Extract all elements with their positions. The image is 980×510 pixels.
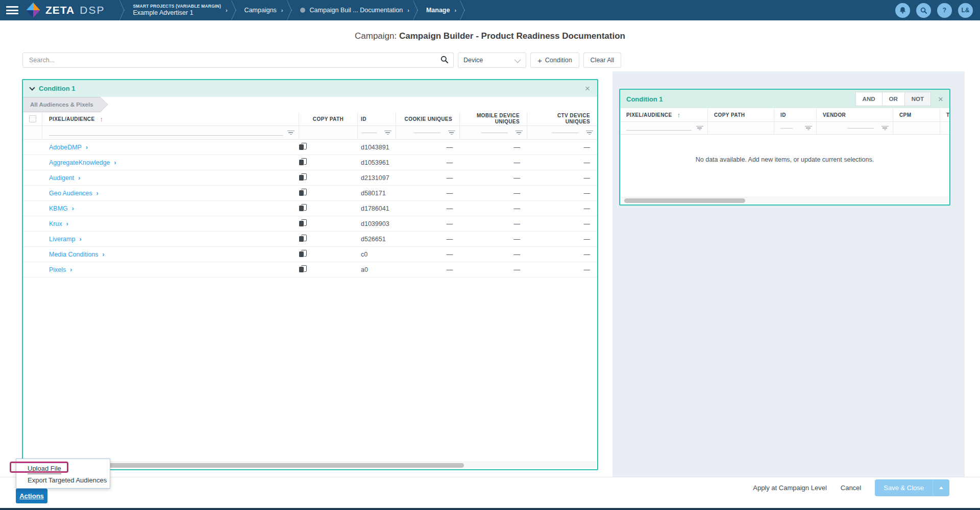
- audience-link[interactable]: Geo Audiences: [49, 190, 92, 197]
- cookie-uniques-cell: —: [396, 190, 460, 197]
- filter-icon[interactable]: [585, 130, 593, 136]
- column-header-pixel-audience[interactable]: PIXEL/AUDIENCE ↑: [42, 112, 299, 125]
- chevron-right-icon: ›: [96, 190, 99, 197]
- column-header-cpm[interactable]: CPM: [893, 108, 940, 121]
- left-condition-panel: Condition 1 × All Audiences & Pixels PIX…: [22, 79, 598, 470]
- copy-path-icon[interactable]: [299, 265, 306, 273]
- audience-link[interactable]: KBMG: [49, 205, 68, 212]
- column-header-cookie-uniques[interactable]: COOKIE UNIQUES: [396, 112, 460, 125]
- search-icon[interactable]: [440, 56, 448, 65]
- filter-input-mobile[interactable]: [481, 133, 508, 133]
- copy-path-icon[interactable]: [299, 250, 306, 258]
- breadcrumb-separator: [291, 0, 292, 20]
- clear-all-button[interactable]: Clear All: [583, 53, 622, 68]
- copy-path-icon[interactable]: [299, 173, 306, 181]
- operator-or[interactable]: OR: [882, 92, 905, 106]
- audience-link[interactable]: Liveramp: [49, 236, 75, 243]
- close-icon[interactable]: ×: [585, 84, 590, 93]
- audience-link[interactable]: Krux: [49, 220, 62, 227]
- ctv-uniques-cell: —: [527, 220, 597, 227]
- right-table-wrap: PIXEL/AUDIENCE ↑ COPY PATH ID VENDOR CPM…: [620, 108, 949, 135]
- breadcrumb-eyebrow: SMART PROJECTS (VARIABLE MARGIN): [133, 4, 220, 9]
- ctv-uniques-cell: —: [527, 205, 597, 212]
- help-button[interactable]: ?: [937, 3, 952, 18]
- filter-icon[interactable]: [696, 125, 703, 131]
- audience-link[interactable]: Pixels: [49, 266, 66, 273]
- id-cell: d526651: [358, 236, 396, 243]
- copy-path-icon[interactable]: [299, 158, 306, 166]
- operator-not[interactable]: NOT: [904, 92, 931, 106]
- filter-input-pixel-audience[interactable]: [49, 126, 283, 139]
- operator-and[interactable]: AND: [855, 92, 883, 106]
- chevron-down-icon: [514, 56, 521, 63]
- global-search-button[interactable]: [916, 3, 931, 18]
- filter-icon[interactable]: [384, 130, 391, 136]
- filter-input-id[interactable]: [780, 128, 793, 129]
- ctv-uniques-cell: —: [527, 159, 597, 166]
- filter-icon[interactable]: [804, 125, 812, 131]
- copy-path-icon[interactable]: [299, 204, 306, 212]
- filter-input-vendor[interactable]: [847, 128, 874, 129]
- cancel-button[interactable]: Cancel: [841, 484, 861, 492]
- column-header-id[interactable]: ID: [774, 108, 817, 121]
- filter-input-pixel-audience[interactable]: [626, 122, 692, 134]
- audience-link[interactable]: AdobeDMP: [49, 144, 82, 151]
- copy-path-icon[interactable]: [299, 143, 306, 150]
- filter-input-id[interactable]: [361, 133, 377, 133]
- tab-all-audiences-pixels[interactable]: All Audiences & Pixels: [23, 97, 108, 112]
- column-header-copy-path[interactable]: COPY PATH: [708, 108, 774, 121]
- breadcrumb-separator: [124, 0, 125, 20]
- ctv-uniques-cell: —: [527, 174, 597, 182]
- column-header-ctv-device-uniques[interactable]: CTV DEVICEUNIQUES: [527, 112, 597, 125]
- avatar[interactable]: L&: [958, 3, 973, 18]
- notifications-button[interactable]: [895, 3, 910, 18]
- actions-button[interactable]: Actions: [16, 489, 47, 503]
- breadcrumb-campaign-builder[interactable]: Campaign Buil ... Documentation ›: [297, 7, 412, 14]
- filter-input-ctv[interactable]: [552, 133, 578, 133]
- column-header-mobile-device-uniques[interactable]: MOBILE DEVICEUNIQUES: [460, 112, 527, 125]
- dimension-select[interactable]: Device: [458, 53, 526, 68]
- save-options-caret[interactable]: [933, 479, 949, 496]
- table-row: Pixels› a0 — — —: [23, 262, 597, 277]
- breadcrumb-manage[interactable]: Manage ›: [423, 7, 459, 14]
- menu-item-export-targeted-audiences[interactable]: Export Targeted Audiences: [16, 474, 110, 486]
- column-header-vendor[interactable]: VENDOR: [817, 108, 893, 121]
- search-input[interactable]: [23, 57, 440, 64]
- filter-icon[interactable]: [515, 130, 523, 136]
- add-condition-button[interactable]: + Condition: [530, 53, 579, 68]
- close-icon[interactable]: ×: [938, 95, 943, 104]
- filter-input-cookie[interactable]: [414, 133, 440, 133]
- id-cell: d1786041: [358, 205, 396, 212]
- audience-link[interactable]: Audigent: [49, 174, 74, 182]
- copy-path-icon[interactable]: [299, 189, 306, 196]
- save-close-button[interactable]: Save & Close: [875, 479, 933, 496]
- tab-row: All Audiences & Pixels: [23, 97, 597, 112]
- copy-path-icon[interactable]: [299, 219, 306, 227]
- hamburger-menu-icon[interactable]: [6, 6, 18, 14]
- column-header-id[interactable]: ID: [358, 112, 396, 125]
- table-row: Geo Audiences› d580171 — — —: [23, 186, 597, 201]
- chevron-right-icon: ›: [86, 144, 88, 151]
- chevron-right-icon: ›: [70, 266, 72, 273]
- chevron-right-icon: ›: [281, 7, 283, 13]
- page-title: Campaign: Campaign Builder - Product Rea…: [0, 31, 980, 41]
- bottom-edge: [0, 508, 980, 510]
- chevron-right-icon: ›: [454, 7, 456, 13]
- column-header-time[interactable]: TIM: [940, 108, 949, 121]
- filter-icon[interactable]: [881, 125, 889, 131]
- apply-campaign-level-link[interactable]: Apply at Campaign Level: [753, 484, 827, 492]
- column-header-pixel-audience[interactable]: PIXEL/AUDIENCE ↑: [620, 108, 708, 121]
- collapse-chevron-icon[interactable]: [29, 85, 35, 90]
- breadcrumb-advertiser[interactable]: SMART PROJECTS (VARIABLE MARGIN) Example…: [130, 4, 230, 17]
- audience-link[interactable]: Media Conditions: [49, 251, 99, 258]
- filter-icon[interactable]: [287, 130, 295, 136]
- column-header-copy-path[interactable]: COPY PATH: [299, 112, 358, 125]
- scrollbar-thumb[interactable]: [624, 198, 745, 203]
- breadcrumb-separator: [236, 0, 236, 20]
- filter-icon[interactable]: [448, 130, 455, 136]
- select-all-checkbox[interactable]: [29, 115, 36, 122]
- copy-path-icon[interactable]: [299, 235, 306, 242]
- menu-item-upload-file[interactable]: Upload File: [16, 463, 110, 474]
- audience-link[interactable]: AggregateKnowledge: [49, 159, 110, 166]
- breadcrumb-campaigns[interactable]: Campaigns ›: [241, 7, 286, 14]
